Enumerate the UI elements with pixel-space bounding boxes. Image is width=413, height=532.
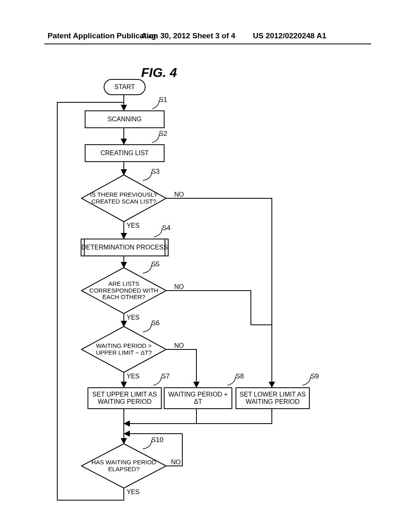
node-s9-label: SET LOWER LIMIT AS WAITING PERIOD	[236, 391, 309, 406]
node-s4: DETERMINATION PROCESS	[81, 239, 169, 256]
node-s5-label: ARE LISTS CORRESPONDED WITH EACH OTHER?	[88, 281, 160, 301]
header-rule	[44, 44, 371, 44]
step-label-s5: S5	[151, 260, 160, 268]
node-s8: WAITING PERIOD + ΔT	[164, 387, 232, 409]
node-s2-label: CREATING LIST	[100, 150, 149, 157]
node-s4-label: DETERMINATION PROCESS	[81, 244, 168, 251]
node-s3-label: IS THERE PREVIOUSLY CREATED SCAN LIST?	[88, 191, 160, 205]
step-label-s2: S2	[159, 130, 167, 138]
step-label-s4: S4	[162, 224, 171, 232]
edge-s10-no: NO	[171, 459, 181, 466]
node-s1: SCANNING	[85, 110, 165, 128]
edge-s3-yes: YES	[127, 222, 140, 229]
node-s1-label: SCANNING	[108, 116, 142, 123]
edge-s10-yes: YES	[127, 488, 140, 496]
page: Patent Application Publication Aug. 30, …	[0, 0, 413, 532]
figure-title: FIG. 4	[141, 65, 177, 80]
step-label-s10: S10	[151, 436, 163, 444]
node-s6: WAITING PERIOD > UPPER LIMIT − ΔT?	[88, 334, 160, 365]
step-label-s3: S3	[151, 168, 160, 176]
node-start-label: START	[115, 83, 135, 91]
edge-s5-yes: YES	[127, 314, 140, 321]
step-label-s9: S9	[311, 372, 319, 380]
node-s10-label: HAS WAITING PERIOD ELAPSED?	[88, 459, 160, 473]
edge-s3-no: NO	[174, 191, 184, 198]
step-label-s7: S7	[161, 372, 170, 380]
node-start: START	[104, 79, 146, 95]
header-middle: Aug. 30, 2012 Sheet 3 of 4	[141, 31, 235, 40]
node-s7: SET UPPER LIMIT AS WAITING PERIOD	[88, 387, 162, 409]
edge-s6-yes: YES	[127, 373, 140, 380]
step-label-s1: S1	[159, 96, 167, 104]
node-s2: CREATING LIST	[85, 144, 165, 162]
edge-s5-no: NO	[174, 283, 184, 291]
node-s5: ARE LISTS CORRESPONDED WITH EACH OTHER?	[88, 275, 160, 306]
flowchart: START SCANNING S1 CREATING LIST S2 IS TH…	[49, 79, 372, 510]
node-s3: IS THERE PREVIOUSLY CREATED SCAN LIST?	[88, 183, 160, 214]
node-s8-label: WAITING PERIOD + ΔT	[165, 391, 232, 406]
step-label-s6: S6	[151, 319, 160, 327]
node-s10: HAS WAITING PERIOD ELAPSED?	[88, 451, 160, 481]
node-s6-label: WAITING PERIOD > UPPER LIMIT − ΔT?	[88, 343, 160, 356]
step-label-s8: S8	[236, 372, 244, 380]
node-s7-label: SET UPPER LIMIT AS WAITING PERIOD	[88, 391, 161, 406]
node-s9: SET LOWER LIMIT AS WAITING PERIOD	[236, 387, 310, 409]
header-right: US 2012/0220248 A1	[253, 31, 326, 40]
edge-s6-no: NO	[174, 342, 184, 349]
